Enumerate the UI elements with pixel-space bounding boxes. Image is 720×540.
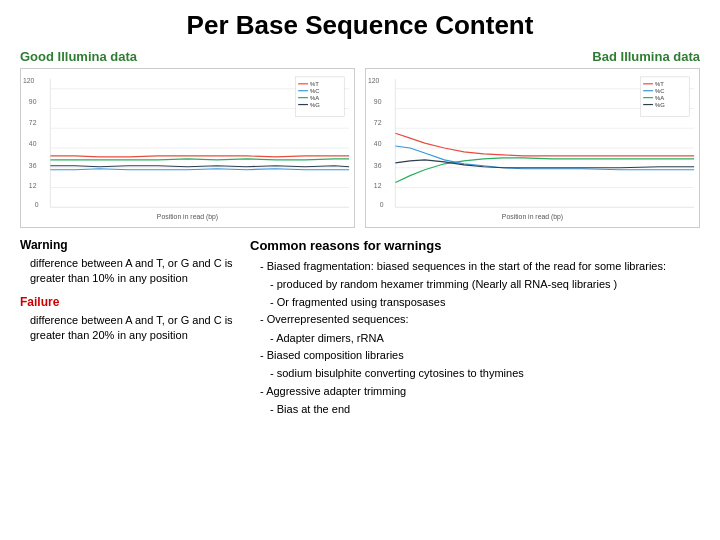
reason-3-sub-1: - sodium bisulphite converting cytosines… (270, 366, 700, 381)
bad-chart-section: Bad Illumina data 120 90 72 40 36 12 0 (365, 49, 700, 228)
svg-text:Position in read (bp): Position in read (bp) (157, 213, 218, 221)
warning-title: Warning (20, 238, 240, 252)
good-chart: 120 90 72 40 36 12 0 (20, 68, 355, 228)
reason-4-sub-1: - Bias at the end (270, 402, 700, 417)
svg-text:%T: %T (655, 81, 664, 87)
reason-2-sub-1: - Adapter dimers, rRNA (270, 331, 700, 346)
svg-text:12: 12 (29, 182, 37, 189)
reason-1: - Biased fragmentation: biased sequences… (260, 259, 700, 274)
svg-text:0: 0 (380, 201, 384, 208)
good-label: Good Illumina data (20, 49, 355, 64)
svg-text:%G: %G (655, 102, 665, 108)
warning-text: difference between A and T, or G and C i… (30, 256, 240, 287)
svg-text:120: 120 (368, 77, 380, 84)
reason-1-sub-1: - produced by random hexamer trimming (N… (270, 277, 700, 292)
svg-rect-15 (295, 77, 344, 117)
svg-text:%A: %A (310, 95, 319, 101)
warning-section: Warning difference between A and T, or G… (20, 238, 240, 420)
charts-row: Good Illumina data 120 90 72 40 36 12 0 (20, 49, 700, 228)
failure-text: difference between A and T, or G and C i… (30, 313, 240, 344)
svg-text:%A: %A (655, 95, 664, 101)
svg-text:12: 12 (374, 182, 382, 189)
svg-text:Position in read (bp): Position in read (bp) (502, 213, 563, 221)
reason-1-sub-2: - Or fragmented using transposases (270, 295, 700, 310)
failure-title: Failure (20, 295, 240, 309)
common-reasons-title: Common reasons for warnings (250, 238, 700, 253)
good-chart-section: Good Illumina data 120 90 72 40 36 12 0 (20, 49, 355, 228)
svg-text:72: 72 (29, 119, 37, 126)
reason-4: - Aggressive adapter trimming (260, 384, 700, 399)
svg-text:0: 0 (35, 201, 39, 208)
svg-text:%T: %T (310, 81, 319, 87)
svg-text:40: 40 (374, 140, 382, 147)
svg-text:36: 36 (29, 162, 37, 169)
bad-label: Bad Illumina data (365, 49, 700, 64)
svg-text:36: 36 (374, 162, 382, 169)
bad-chart: 120 90 72 40 36 12 0 (365, 68, 700, 228)
page-title: Per Base Sequence Content (20, 10, 700, 41)
svg-rect-40 (640, 77, 689, 117)
svg-text:90: 90 (374, 98, 382, 105)
svg-text:%G: %G (310, 102, 320, 108)
reason-3: - Biased composition libraries (260, 348, 700, 363)
svg-text:72: 72 (374, 119, 382, 126)
page: Per Base Sequence Content Good Illumina … (0, 0, 720, 540)
content-row: Warning difference between A and T, or G… (20, 238, 700, 420)
svg-text:40: 40 (29, 140, 37, 147)
common-reasons-section: Common reasons for warnings - Biased fra… (250, 238, 700, 420)
svg-text:90: 90 (29, 98, 37, 105)
reason-2: - Overrepresented sequences: (260, 312, 700, 327)
svg-text:120: 120 (23, 77, 35, 84)
reasons-list: - Biased fragmentation: biased sequences… (250, 259, 700, 418)
svg-text:%C: %C (310, 88, 320, 94)
svg-text:%C: %C (655, 88, 665, 94)
